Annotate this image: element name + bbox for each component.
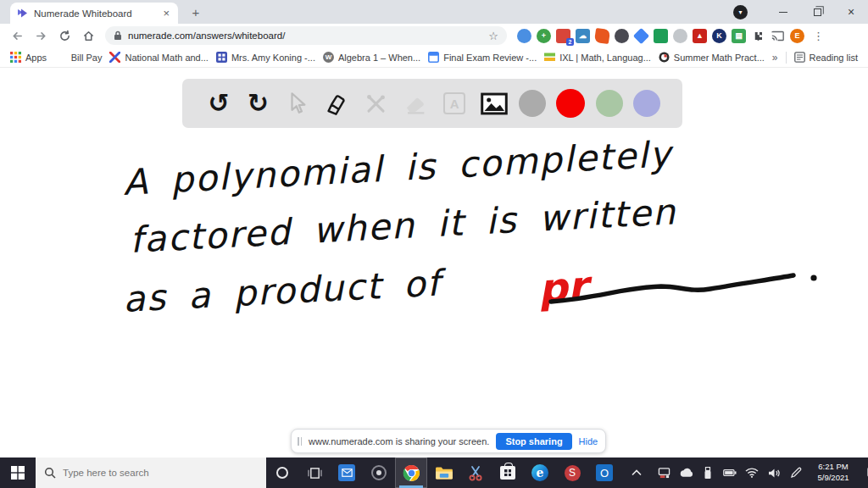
tray-pen-button[interactable]	[785, 458, 807, 488]
chrome-taskbar-button[interactable]	[395, 458, 427, 488]
extension-orange-icon[interactable]	[594, 27, 610, 43]
file-explorer-button[interactable]	[427, 458, 459, 488]
numerade-favicon	[17, 8, 28, 19]
extension-adobe-pdf-icon[interactable]: ▲	[693, 29, 707, 43]
tray-wifi-button[interactable]	[741, 458, 763, 488]
minimize-button[interactable]	[766, 0, 800, 24]
bookmarks-overflow-icon[interactable]: »	[772, 52, 778, 64]
browser-tab[interactable]: Numerade Whiteboard ×	[10, 3, 178, 24]
task-view-button[interactable]	[298, 458, 331, 488]
extension-badge: 2	[566, 38, 574, 46]
browser-window: Numerade Whiteboard × + ▾ ×	[0, 0, 868, 488]
onedrive-cloud-icon	[679, 468, 693, 478]
store-icon	[500, 466, 515, 480]
smart-icon: S	[565, 465, 581, 481]
mail-icon	[338, 464, 355, 481]
scissors-icon	[468, 465, 483, 481]
cortana-icon	[276, 467, 288, 479]
bookmark-label: IXL | Math, Languag...	[559, 53, 651, 63]
start-button[interactable]	[0, 458, 36, 488]
bookmark-label: Mrs. Amy Koning -...	[231, 53, 315, 63]
smart-notebook-button[interactable]: S	[556, 458, 588, 488]
tray-expand-button[interactable]	[620, 458, 653, 488]
bookmark-final-exam[interactable]: Final Exam Review -...	[428, 52, 537, 63]
bookmark-national-math[interactable]: National Math and...	[109, 52, 208, 63]
bookmark-bill-pay[interactable]: Bill Pay	[71, 53, 103, 63]
windows-logo-icon	[11, 466, 25, 480]
profile-chevron-icon[interactable]: ▾	[733, 5, 748, 19]
snipping-tool-button[interactable]	[459, 458, 492, 488]
bookmark-summer-math[interactable]: Summer Math Pract...	[659, 52, 765, 63]
extension-split-icon[interactable]: 2	[556, 29, 570, 43]
microsoft-store-button[interactable]	[492, 458, 524, 488]
search-input[interactable]	[63, 468, 232, 478]
outlook-icon: O	[596, 464, 613, 481]
handwriting-period	[810, 274, 816, 280]
home-button[interactable]	[78, 25, 98, 46]
extension-diamond-icon[interactable]	[633, 27, 649, 43]
windows-taskbar: e S O	[0, 458, 868, 488]
extension-cast-green-icon[interactable]	[654, 29, 668, 43]
extension-notes-icon[interactable]: ▤	[732, 29, 746, 43]
address-bar[interactable]: numerade.com/answers/whiteboard/ ☆	[105, 26, 507, 45]
koning-favicon	[216, 52, 227, 63]
window-controls: ▾ ×	[733, 0, 868, 24]
cast-icon[interactable]	[771, 29, 785, 43]
minimize-icon	[779, 12, 787, 13]
banner-drag-handle-icon[interactable]	[298, 437, 302, 446]
url-text[interactable]: numerade.com/answers/whiteboard/	[128, 30, 482, 41]
forward-button[interactable]	[31, 25, 51, 46]
tab-title: Numerade Whiteboard	[34, 8, 155, 19]
extension-k-icon[interactable]: K	[712, 29, 726, 43]
bookmark-label: Final Exam Review -...	[443, 53, 537, 63]
bookmarks-bar: Apps Bill Pay National Math and... Mrs. …	[0, 47, 868, 68]
extension-e-icon[interactable]: E	[790, 29, 804, 43]
bookmark-algebra1[interactable]: W Algebra 1 – When...	[323, 52, 420, 63]
navigation-bar: numerade.com/answers/whiteboard/ ☆ + 2 ☁…	[0, 24, 868, 47]
cortana-button[interactable]	[266, 458, 298, 488]
tray-volume-button[interactable]	[763, 458, 785, 488]
bookmark-ixl[interactable]: IXL | Math, Languag...	[544, 52, 651, 63]
bookmark-label: Summer Math Pract...	[674, 53, 765, 63]
restore-icon	[814, 8, 821, 16]
national-math-favicon	[109, 52, 120, 63]
tray-usb-button[interactable]	[697, 458, 719, 488]
extensions-puzzle-icon[interactable]	[751, 29, 765, 43]
stop-sharing-button[interactable]: Stop sharing	[496, 433, 571, 450]
chrome-menu-icon[interactable]: ⋮	[813, 30, 824, 42]
bookmark-star-icon[interactable]: ☆	[488, 30, 498, 42]
whiteboard-canvas[interactable]: A polynomial is completely factored when…	[0, 68, 868, 458]
outlook-button[interactable]: O	[588, 458, 620, 488]
recorder-app-button[interactable]	[363, 458, 395, 488]
taskbar-search-box[interactable]	[36, 458, 266, 488]
onedrive-button[interactable]	[675, 458, 697, 488]
tray-battery-button[interactable]	[719, 458, 741, 488]
apps-grid-icon	[10, 52, 21, 63]
handwriting-line-3: as a product of	[122, 262, 448, 320]
extension-gray-icon[interactable]	[673, 29, 687, 43]
back-button[interactable]	[7, 25, 27, 46]
reading-list-button[interactable]: Reading list	[794, 52, 858, 63]
titlebar: Numerade Whiteboard × + ▾ ×	[0, 0, 868, 24]
wordpress-icon: W	[323, 52, 334, 63]
apps-shortcut[interactable]: Apps	[10, 52, 47, 63]
close-button[interactable]: ×	[834, 0, 868, 24]
bookmark-amy-koning[interactable]: Mrs. Amy Koning -...	[216, 52, 315, 63]
extension-cloud-icon[interactable]: ☁	[576, 29, 590, 43]
mail-app-button[interactable]	[331, 458, 363, 488]
tray-device-button[interactable]	[653, 458, 675, 488]
restore-button[interactable]	[800, 0, 834, 24]
action-center-button[interactable]: 1	[860, 458, 868, 488]
hide-banner-link[interactable]: Hide	[579, 436, 598, 446]
new-tab-button[interactable]: +	[188, 5, 203, 20]
edge-button[interactable]: e	[524, 458, 556, 488]
reload-button[interactable]	[54, 25, 75, 46]
search-icon	[44, 467, 56, 479]
tab-close-icon[interactable]: ×	[161, 8, 171, 19]
extension-dark-circle-icon[interactable]	[615, 29, 629, 43]
bookmarks-divider	[786, 52, 787, 64]
taskbar-clock[interactable]: 6:21 PM 5/9/2021	[807, 458, 860, 488]
extension-green-plus-icon[interactable]: +	[537, 29, 551, 43]
clock-time: 6:21 PM	[818, 462, 848, 473]
extension-blue-circle-icon[interactable]	[517, 29, 531, 43]
